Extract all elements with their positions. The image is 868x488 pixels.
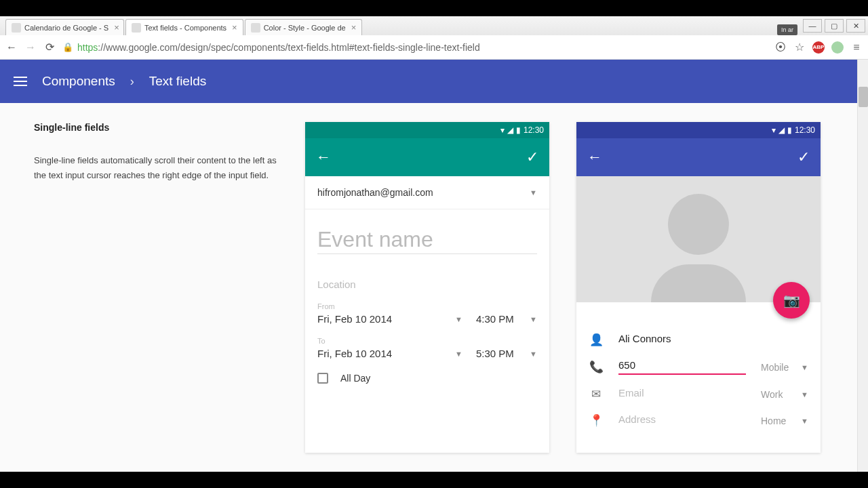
email-input[interactable]: Email — [618, 387, 746, 401]
url-path: ://www.google.com/design/spec/components… — [98, 42, 479, 53]
forward-button[interactable]: → — [24, 41, 37, 54]
from-time-picker[interactable]: 4:30 PM ▼ — [476, 313, 537, 325]
browser-tabstrip: Calendario de Google - S × Text fields -… — [0, 16, 868, 35]
battery-icon: ▮ — [516, 125, 521, 135]
from-date-value: Fri, Feb 10 2014 — [317, 313, 392, 325]
mock-phone-event: ▾ ◢ ▮ 12:30 ← ✓ hifromjonathan@gmail.com — [305, 122, 549, 453]
chevron-down-icon: ▼ — [801, 417, 808, 425]
avatar-icon — [668, 194, 729, 255]
to-date-value: Fri, Feb 10 2014 — [317, 348, 392, 359]
address-type-selector[interactable]: Home ▼ — [761, 415, 808, 426]
extension-icon[interactable] — [831, 41, 844, 54]
status-bar: ▾ ◢ ▮ 12:30 — [305, 122, 549, 138]
breadcrumb-current: Text fields — [149, 74, 206, 89]
name-input[interactable]: Ali Connors — [618, 333, 808, 347]
browser-tab[interactable]: Text fields - Components × — [125, 19, 243, 35]
contact-photo-placeholder[interactable]: 📷 — [576, 176, 821, 302]
from-date-picker[interactable]: Fri, Feb 10 2014 ▼ — [317, 313, 462, 325]
close-icon[interactable]: × — [351, 22, 357, 33]
to-date-picker[interactable]: Fri, Feb 10 2014 ▼ — [317, 348, 462, 359]
phone-input[interactable]: 650 — [618, 359, 746, 375]
mock-phone-contact: ▾ ◢ ▮ 12:30 ← ✓ — [576, 122, 821, 453]
phone-type-selector[interactable]: Mobile ▼ — [761, 362, 808, 373]
toolbar: ← ✓ — [576, 138, 821, 176]
check-icon[interactable]: ✓ — [526, 148, 538, 166]
status-bar: ▾ ◢ ▮ 12:30 — [576, 122, 821, 138]
toolbar: ← ✓ — [305, 138, 549, 176]
phone-type-label: Mobile — [761, 362, 789, 373]
signal-icon: ◢ — [507, 125, 513, 135]
close-icon[interactable]: × — [232, 22, 237, 33]
account-selector[interactable]: hifromjonathan@gmail.com ▼ — [305, 176, 549, 209]
chevron-down-icon: ▼ — [530, 188, 537, 197]
maximize-button[interactable]: ▢ — [825, 19, 844, 33]
event-name-input[interactable]: Event name — [317, 227, 537, 254]
location-icon: 📍 — [589, 413, 604, 428]
battery-icon: ▮ — [787, 125, 792, 135]
breadcrumb-root[interactable]: Components — [42, 74, 115, 89]
signal-icon: ◢ — [778, 125, 785, 135]
app-bar: Components › Text fields — [0, 60, 857, 103]
chevron-down-icon: ▼ — [530, 315, 537, 323]
star-icon[interactable]: ☆ — [793, 41, 806, 54]
email-type-label: Work — [761, 389, 783, 400]
back-arrow-icon[interactable]: ← — [316, 148, 331, 166]
browser-tab[interactable]: Calendario de Google - S × — [5, 19, 124, 35]
status-time: 12:30 — [795, 125, 815, 135]
back-arrow-icon[interactable]: ← — [587, 148, 602, 166]
scrollbar[interactable] — [857, 60, 868, 472]
section-title: Single-line fields — [34, 122, 278, 133]
from-time-value: 4:30 PM — [476, 313, 514, 325]
address-bar[interactable]: 🔒 https://www.google.com/design/spec/com… — [62, 42, 768, 53]
phone-icon: 📞 — [589, 360, 604, 374]
chevron-down-icon: ▼ — [801, 390, 808, 399]
browser-tab[interactable]: Color - Style - Google de × — [245, 19, 363, 35]
camera-icon: 📷 — [783, 292, 800, 308]
close-icon[interactable]: × — [114, 22, 119, 33]
camera-fab[interactable]: 📷 — [773, 282, 810, 319]
to-time-value: 5:30 PM — [476, 348, 514, 359]
wifi-icon: ▾ — [772, 125, 776, 135]
from-label: From — [317, 302, 537, 310]
location-input[interactable]: Location — [317, 279, 537, 290]
menu-icon[interactable]: ≡ — [850, 41, 863, 54]
address-type-label: Home — [761, 415, 786, 426]
chevron-right-icon: › — [130, 75, 134, 89]
to-time-picker[interactable]: 5:30 PM ▼ — [476, 348, 537, 359]
favicon-icon — [132, 23, 141, 33]
page-viewport: Components › Text fields Single-line fie… — [0, 60, 868, 472]
wifi-icon: ▾ — [500, 125, 505, 135]
status-time: 12:30 — [524, 125, 544, 135]
adblock-icon[interactable]: ABP — [812, 41, 825, 54]
all-day-label: All Day — [340, 373, 370, 384]
avatar-icon — [651, 264, 746, 302]
tab-title: Color - Style - Google de — [264, 24, 346, 32]
section-description: Single-line fields automatically scroll … — [34, 153, 278, 183]
chevron-down-icon: ▼ — [455, 315, 462, 323]
minimize-button[interactable]: — — [803, 19, 822, 33]
scroll-thumb[interactable] — [859, 87, 868, 107]
checkbox-icon — [317, 373, 328, 384]
address-input[interactable]: Address — [618, 413, 746, 428]
browser-toolbar: ← → ⟳ 🔒 https://www.google.com/design/sp… — [0, 35, 868, 60]
favicon-icon — [12, 23, 21, 33]
reload-button[interactable]: ⟳ — [43, 41, 56, 54]
back-button[interactable]: ← — [5, 41, 18, 54]
hamburger-icon[interactable] — [14, 77, 27, 86]
all-day-toggle[interactable]: All Day — [305, 359, 549, 384]
favicon-icon — [251, 23, 260, 33]
check-icon[interactable]: ✓ — [797, 148, 810, 166]
incognito-badge: In ar — [777, 24, 797, 35]
window-controls: — ▢ ✕ — [803, 16, 865, 35]
tab-title: Calendario de Google - S — [24, 24, 108, 32]
chevron-down-icon: ▼ — [801, 363, 808, 371]
close-button[interactable]: ✕ — [846, 19, 865, 33]
account-email: hifromjonathan@gmail.com — [317, 187, 433, 198]
tab-title: Text fields - Components — [144, 24, 226, 32]
translate-icon[interactable]: ⦿ — [774, 41, 787, 54]
chevron-down-icon: ▼ — [530, 350, 537, 358]
chevron-down-icon: ▼ — [455, 350, 462, 358]
url-scheme: https — [77, 42, 98, 53]
email-type-selector[interactable]: Work ▼ — [761, 389, 808, 400]
lock-icon: 🔒 — [62, 42, 73, 52]
